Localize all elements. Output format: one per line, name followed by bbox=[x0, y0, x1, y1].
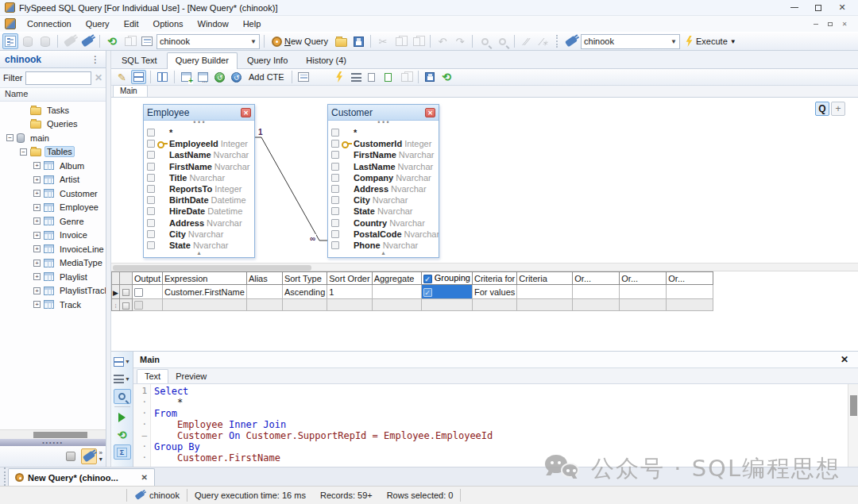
editor-vscrollbar[interactable] bbox=[848, 384, 858, 467]
grid-header-blank-0[interactable] bbox=[112, 272, 120, 285]
menu-help[interactable]: Help bbox=[236, 17, 269, 30]
add-union-button[interactable]: + bbox=[831, 102, 845, 116]
filter-input[interactable] bbox=[25, 71, 91, 85]
disconnect-button[interactable] bbox=[62, 33, 78, 49]
copy-button[interactable] bbox=[392, 33, 408, 49]
uncomment-button[interactable]: ∕⁎ bbox=[536, 33, 552, 49]
add-derived-query-button[interactable] bbox=[229, 70, 244, 84]
database-button[interactable] bbox=[139, 33, 155, 49]
mdi-minimize-icon[interactable] bbox=[812, 20, 820, 28]
query-connection-combo[interactable]: chinook ▼ bbox=[581, 34, 680, 49]
grouping-header-checkbox-icon[interactable]: ✓ bbox=[423, 275, 432, 283]
table-box-customer[interactable]: Customer✕• • •*CustomerIdIntegerFirstNam… bbox=[327, 104, 439, 258]
field-checkbox[interactable] bbox=[331, 163, 339, 171]
sql-code[interactable]: Select *From Employee Inner Join Custome… bbox=[151, 384, 848, 467]
layout-vertical-button[interactable] bbox=[155, 70, 170, 84]
tree-item-employee[interactable]: +Employee bbox=[0, 201, 106, 215]
tree-item-queries[interactable]: Queries bbox=[0, 117, 106, 132]
cell-or-3[interactable] bbox=[667, 285, 713, 299]
output-checkbox[interactable] bbox=[134, 301, 143, 310]
union-tab-main[interactable]: Main bbox=[113, 85, 148, 97]
sidebar-splitter[interactable]: •••••• bbox=[0, 439, 106, 446]
join-line[interactable] bbox=[255, 137, 327, 240]
field-checkbox[interactable] bbox=[147, 140, 155, 148]
field-checkbox[interactable] bbox=[331, 140, 339, 148]
field-checkbox[interactable] bbox=[147, 219, 155, 227]
grid-cell[interactable] bbox=[667, 299, 713, 311]
edit-sql-button[interactable]: ✎ bbox=[114, 70, 129, 84]
grid-cell[interactable] bbox=[246, 299, 282, 311]
field-row-customerid[interactable]: CustomerIdInteger bbox=[331, 138, 439, 149]
field-row-employeeid[interactable]: EmployeeIdInteger bbox=[147, 138, 254, 149]
tree-item-customer[interactable]: +Customer bbox=[0, 187, 106, 201]
output-checkbox[interactable] bbox=[134, 288, 143, 297]
field-row-birthdate[interactable]: BirthDateDatetime bbox=[147, 194, 254, 206]
field-checkbox[interactable] bbox=[331, 129, 339, 137]
cell-grouping[interactable]: ✓ bbox=[421, 285, 472, 299]
connection-combo[interactable]: chinook ▼ bbox=[157, 34, 260, 49]
scrollbar-thumb[interactable] bbox=[113, 265, 311, 271]
maximize-icon[interactable] bbox=[814, 3, 823, 13]
grid-cell[interactable] bbox=[620, 299, 667, 311]
grouping-checkbox[interactable]: ✓ bbox=[423, 288, 432, 297]
grid-cell[interactable] bbox=[421, 299, 472, 311]
minimize-icon[interactable] bbox=[790, 3, 799, 13]
table-close-icon[interactable]: ✕ bbox=[241, 108, 251, 117]
copy-sql-button[interactable] bbox=[365, 70, 381, 84]
field-row-address[interactable]: AddressNvarchar bbox=[331, 183, 439, 194]
mdi-restore-icon[interactable] bbox=[826, 20, 834, 28]
grid-cell[interactable] bbox=[133, 299, 163, 311]
grid-header-or-[interactable]: Or... bbox=[573, 272, 620, 285]
grid-cell[interactable] bbox=[517, 299, 573, 311]
field-row-state[interactable]: StateNvarchar bbox=[147, 240, 254, 250]
execute-query-button[interactable] bbox=[332, 70, 347, 84]
field-checkbox[interactable] bbox=[147, 241, 155, 249]
grid-header-grouping[interactable]: ✓ Grouping bbox=[421, 272, 472, 285]
execute-button[interactable]: Execute ▼ bbox=[682, 33, 740, 49]
objects-view-button[interactable] bbox=[63, 448, 79, 464]
cell-criteria[interactable] bbox=[517, 285, 573, 299]
tab-query-info[interactable]: Query Info bbox=[238, 52, 296, 68]
grid-cell[interactable] bbox=[133, 285, 163, 299]
cell-sort-order[interactable]: 1 bbox=[327, 285, 372, 299]
table-box-employee[interactable]: Employee✕• • •*EmployeeIdIntegerLastName… bbox=[143, 104, 255, 258]
collapse-icon[interactable]: − bbox=[20, 148, 27, 156]
scroll-down-indicator[interactable]: ▴ bbox=[144, 250, 254, 257]
field-row-lastname[interactable]: LastNameNvarchar bbox=[331, 161, 439, 172]
scroll-up-indicator[interactable]: • • • bbox=[328, 121, 439, 127]
field-row-city[interactable]: CityNvarchar bbox=[331, 194, 439, 206]
grid-cell[interactable]: ▶ bbox=[112, 285, 120, 299]
refresh-sql-button[interactable]: ⟲ bbox=[114, 427, 131, 442]
add-object-button[interactable] bbox=[195, 70, 211, 84]
field-checkbox[interactable] bbox=[331, 174, 339, 182]
expand-icon[interactable]: + bbox=[33, 162, 41, 169]
tree-item-invoiceline[interactable]: +InvoiceLine bbox=[0, 242, 106, 256]
field-row-star[interactable]: * bbox=[147, 127, 254, 138]
connect-button[interactable] bbox=[79, 33, 95, 49]
sidebar-hscrollbar[interactable] bbox=[0, 429, 106, 439]
expand-icon[interactable]: + bbox=[33, 273, 41, 280]
cell-or-2[interactable] bbox=[620, 285, 667, 299]
cell-expression[interactable]: Customer.FirstName bbox=[163, 285, 247, 299]
grid-header-or-[interactable]: Or... bbox=[667, 272, 713, 285]
field-row-title[interactable]: TitleNvarchar bbox=[147, 172, 254, 183]
grid-header-blank-1[interactable] bbox=[120, 272, 133, 285]
field-row-lastname[interactable]: LastNameNvarchar bbox=[147, 149, 254, 160]
cell-alias[interactable] bbox=[246, 285, 282, 299]
tab-query-builder[interactable]: Query Builder bbox=[167, 52, 238, 69]
scrollbar-thumb[interactable] bbox=[850, 395, 857, 416]
tree-item-playlisttrack[interactable]: +PlaylistTrack bbox=[0, 284, 106, 298]
menu-options[interactable]: Options bbox=[146, 17, 191, 30]
paste-alt-button[interactable] bbox=[399, 70, 414, 84]
open-query-button[interactable] bbox=[333, 33, 349, 49]
menu-query[interactable]: Query bbox=[79, 17, 117, 30]
field-checkbox[interactable] bbox=[147, 151, 155, 159]
expand-icon[interactable]: + bbox=[33, 245, 41, 252]
save-query-button[interactable] bbox=[350, 33, 366, 49]
expand-icon[interactable]: + bbox=[33, 260, 41, 267]
field-row-address[interactable]: AddressNvarchar bbox=[147, 217, 254, 229]
stats-button[interactable]: Σ bbox=[114, 444, 131, 460]
field-checkbox[interactable] bbox=[147, 163, 155, 171]
field-checkbox[interactable] bbox=[331, 196, 339, 204]
query-root-button[interactable]: Q bbox=[815, 102, 829, 116]
